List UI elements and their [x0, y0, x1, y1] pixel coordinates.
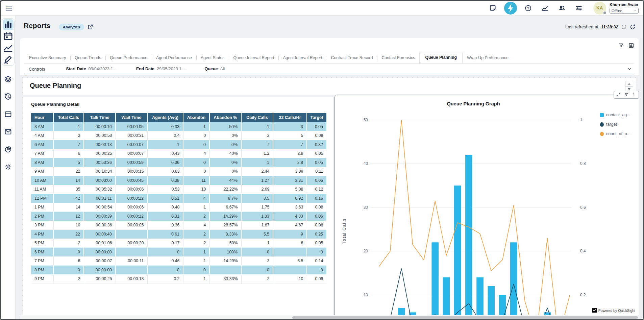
control-filter-queue[interactable]: QueueAll — [204, 67, 225, 71]
table-cell: 0.43 — [147, 149, 183, 158]
chevron-down-icon — [633, 9, 637, 13]
table-header-cell: Abandon % — [209, 113, 241, 122]
table-row[interactable]: 7 PM600:00:0700:00:110.46114.29%36.50.14 — [31, 256, 327, 266]
table-cell: 1.33 — [241, 212, 273, 221]
sidebar-item-bar-chart-icon[interactable] — [3, 19, 14, 30]
note-icon[interactable] — [489, 4, 497, 12]
line-chart-icon[interactable] — [541, 4, 549, 12]
tab-queue-trends[interactable]: Queue Trends — [70, 53, 105, 63]
table-cell: 22 — [53, 230, 84, 239]
table-row[interactable]: 5 PM200:01:0600:00:200.17250%160.05 — [31, 239, 327, 248]
sidebar-item-pie-chart-icon[interactable] — [4, 145, 12, 153]
tab-queue-planning[interactable]: Queue Planning — [419, 52, 463, 63]
horizontal-scrollbar[interactable] — [20, 315, 639, 319]
bolt-icon[interactable] — [504, 2, 517, 15]
table-cell: 6.5 — [273, 256, 307, 266]
table-cell: 8.7% — [209, 194, 241, 203]
sidebar-item-history-icon[interactable] — [4, 93, 12, 101]
spinner-up-icon[interactable] — [628, 83, 630, 85]
kebab-menu-icon[interactable] — [631, 93, 636, 97]
tab-contact-forensics[interactable]: Contact Forensics — [377, 53, 419, 63]
menu-icon[interactable] — [5, 4, 13, 12]
horizontal-scrollbar-thumb[interactable] — [292, 316, 638, 319]
expand-icon[interactable] — [617, 93, 621, 97]
sidebar-item-design-icon[interactable] — [3, 54, 14, 65]
table-row[interactable]: 6 PM000:00:0001100%00 — [31, 248, 327, 257]
chart-filter-funnel-icon[interactable] — [624, 93, 628, 97]
tab-wrap-up-performance[interactable]: Wrap-Up Performance — [463, 53, 513, 63]
table-row[interactable]: 8 AM500:53:3600:00:590.3600%12.80.05 — [31, 158, 327, 167]
table-row[interactable]: 7 AM600:00:2500:00:070.43440%1.22.80.05 — [31, 149, 327, 158]
table-row[interactable]: 4 AM200:00:5300:00:310.400%250.09 — [31, 131, 327, 140]
table-row[interactable]: 1 PM1400:00:5400:00:060.4816.67%1.753.63… — [31, 203, 327, 212]
tab-executive-summary[interactable]: Executive Summary — [25, 53, 70, 63]
table-cell: 3.63 — [273, 203, 307, 212]
table-row[interactable]: 2 PM1200:00:3900:00:120.31214.29%1.334.3… — [31, 212, 327, 221]
queue-planning-graph-widget[interactable]: Queue Planning Graph Total Calls 1020304… — [335, 95, 639, 319]
legend-item-contact-ag-[interactable]: contact_ag... — [600, 113, 630, 117]
sidebar-item-calendar-icon[interactable] — [3, 31, 14, 42]
table-cell: 00:00:06 — [116, 185, 147, 194]
help-icon[interactable]: ? — [524, 4, 532, 12]
table-cell: 2 — [53, 274, 84, 284]
sheet-scroll-spinner[interactable] — [625, 81, 633, 92]
filter-funnel-icon[interactable] — [618, 43, 624, 48]
controls-chevron-down-icon[interactable] — [627, 66, 632, 72]
users-icon[interactable] — [558, 4, 566, 12]
table-cell: 6.67% — [209, 203, 241, 212]
control-filter-end-date[interactable]: End Date29/05/2023 1... — [136, 67, 185, 71]
table-row[interactable]: 9 PM200:00:2500:00:130.2133.33%2100.09 — [31, 274, 327, 284]
sidebar-item-gear-icon[interactable] — [4, 163, 12, 171]
table-cell: 6.92 — [273, 194, 307, 203]
sidebar-item-layers-icon[interactable] — [4, 75, 12, 83]
tab-queue-interval-report[interactable]: Queue Interval Report — [229, 53, 278, 63]
legend-item-target[interactable]: target — [600, 122, 630, 127]
tab-queue-performance[interactable]: Queue Performance — [105, 53, 152, 63]
avatar[interactable]: KA — [593, 2, 606, 15]
tab-agent-performance[interactable]: Agent Performance — [152, 53, 196, 63]
tab-agent-status[interactable]: Agent Status — [196, 53, 229, 63]
table-row[interactable]: 3 AM100:00:1000:00:050.33150%130.05 — [31, 122, 327, 131]
sliders-icon[interactable] — [575, 4, 583, 12]
table-row[interactable]: 4 PM2200:00:400.6128.33%5.590.25 — [31, 230, 327, 239]
table-cell — [209, 266, 241, 275]
svg-text:0.4: 0.4 — [580, 249, 586, 253]
sidebar-item-mail-icon[interactable] — [4, 128, 12, 136]
table-cell: 0.61 — [147, 230, 183, 239]
table-row[interactable]: 9 AM2206:10:3400:00:150.6300%2.443.890.1… — [31, 167, 327, 176]
table-cell: 0 — [53, 266, 84, 275]
table-row[interactable]: 3 PM1000:00:3600:00:050.36428.57%1.674.6… — [31, 221, 327, 230]
tab-agent-interval-report[interactable]: Agent Interval Report — [278, 53, 326, 63]
table-cell: 3 — [241, 256, 273, 266]
table-row[interactable]: 10 AM1400:03:0000:00:450.381144%1.273.31… — [31, 176, 327, 185]
table-cell: 12 — [53, 212, 84, 221]
spinner-down-icon[interactable] — [628, 88, 630, 90]
table-cell: 33.33% — [209, 274, 241, 284]
page-header: Reports Analytics Last refreshed at 11:2… — [16, 16, 643, 38]
status-select[interactable]: Offline — [610, 8, 639, 14]
queue-planning-detail-table[interactable]: HourTotal CallsTalk TimeWait TimeAgents … — [31, 113, 327, 284]
sidebar-item-browser-icon[interactable] — [4, 110, 12, 118]
control-filter-start-date[interactable]: Start Date09/04/2023 1... — [66, 67, 116, 71]
refresh-icon[interactable] — [629, 24, 636, 30]
table-row[interactable]: 8 PM000:00:000000 — [31, 266, 327, 275]
chart-toolbar — [614, 91, 639, 99]
queue-planning-chart[interactable]: 10203040500.20.40.60.81 — [335, 95, 639, 319]
download-icon[interactable] — [628, 43, 634, 48]
info-icon[interactable] — [621, 24, 627, 30]
table-cell: 00:00:39 — [84, 212, 116, 221]
legend-item-count-of-a-[interactable]: count_of_a... — [600, 131, 630, 136]
sidebar-item-line-chart-icon[interactable] — [3, 42, 14, 53]
tab-contract-trace-record[interactable]: Contract Trace Record — [327, 53, 377, 63]
table-row[interactable]: 11 AM3500:05:3200:00:060.531022.22%2.695… — [31, 185, 327, 194]
vertical-scrollbar[interactable] — [639, 38, 643, 319]
table-cell: 0.16 — [307, 194, 327, 203]
table-row[interactable]: 12 PM4200:01:1100:00:120.5148.7%3.56.920… — [31, 194, 327, 203]
external-link-icon[interactable] — [87, 24, 94, 30]
table-cell: 10 AM — [31, 176, 53, 185]
table-cell: 0 — [241, 248, 273, 257]
table-row[interactable]: 6 AM700:00:1300:00:07100%770.32 — [31, 140, 327, 149]
table-cell: 0 — [53, 248, 84, 257]
table-cell: 50% — [209, 239, 241, 248]
status-select-value: Offline — [612, 9, 622, 13]
